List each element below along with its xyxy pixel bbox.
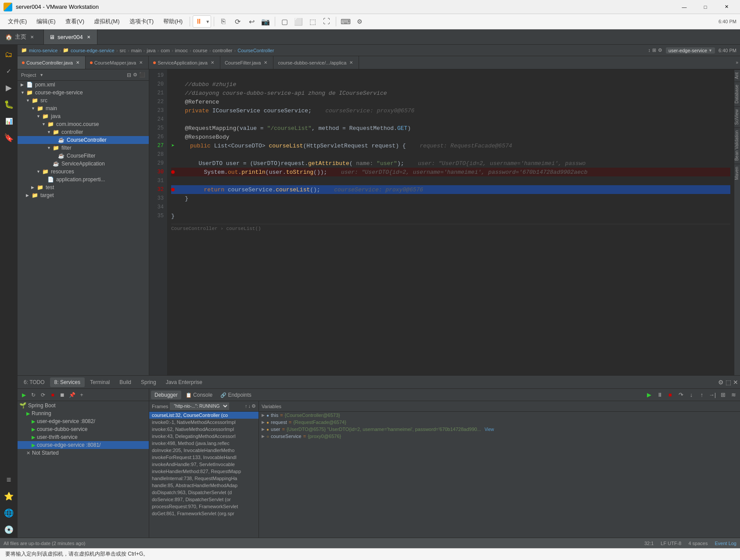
frame-item-0[interactable]: courseList:32, CourseController (co <box>149 412 259 419</box>
dbg-tab-endpoints[interactable]: 🔗 Endpoints <box>217 391 255 399</box>
frame-item-7[interactable]: invokeAndHandle:97, ServletInvocable <box>149 461 259 468</box>
sidebar-dvd[interactable]: 💿 <box>1 522 17 538</box>
tree-item-resources[interactable]: ▼ 📁 resources <box>18 168 149 176</box>
editor-tab-serviceapp-close[interactable]: ✕ <box>209 60 216 65</box>
editor-tab-dubbo-close[interactable]: ✕ <box>348 60 354 65</box>
dbg-pause[interactable]: ⏸ <box>655 390 665 400</box>
frame-item-10[interactable]: handle:85, AbstractHandlerMethodAdap <box>149 482 259 489</box>
sidebar-vcs[interactable]: ✓ <box>1 63 17 79</box>
dbg-stream-debugger[interactable]: ≋ <box>729 390 738 400</box>
frame-item-8[interactable]: invokeHandlerMethod:827, RequestMapp <box>149 468 259 475</box>
tree-layout[interactable]: ⬛ <box>139 72 145 78</box>
tab-server004[interactable]: 🖥 server004 ✕ <box>44 29 97 44</box>
service-notstarted[interactable]: ✕ Not Started <box>18 449 149 457</box>
sidebar-favorites[interactable]: ⭐ <box>1 488 17 504</box>
editor-tab-coursefilter[interactable]: CourseFilter.java ✕ <box>220 56 274 69</box>
editor-tab-coursefilter-close[interactable]: ✕ <box>262 60 269 65</box>
pause-dropdown[interactable]: ▼ <box>205 19 211 24</box>
sidebar-project[interactable]: 🗂 <box>1 47 17 62</box>
window-button[interactable]: ▢ <box>278 15 291 28</box>
frame-item-9[interactable]: handleInternal:738, RequestMappingHa <box>149 475 259 482</box>
menu-file[interactable]: 文件(E) <box>4 16 31 27</box>
frames-settings[interactable]: ⚙ <box>251 403 256 409</box>
minimize-button[interactable]: — <box>674 0 694 14</box>
service-springboot-group[interactable]: 🌱 Spring Boot <box>18 401 149 409</box>
service-userthrift[interactable]: ▶ user-thrift-service <box>18 433 149 441</box>
sidebar-bookmark[interactable]: 🔖 <box>1 130 17 146</box>
right-label-beanvalidation[interactable]: Bean Validation <box>734 127 740 163</box>
tab-terminal[interactable]: Terminal <box>86 377 114 387</box>
tree-item-pomxml[interactable]: ▶ 📄 pom.xml <box>18 81 149 89</box>
frame-item-5[interactable]: doInvoke:205, InvocableHandlerMetho <box>149 447 259 454</box>
tree-item-src[interactable]: ▼ 📁 src <box>18 97 149 104</box>
frame-item-1[interactable]: invoke0:-1, NativeMethodAccessorImpl <box>149 419 259 426</box>
send-to-vm-button[interactable]: ⎘ <box>217 15 230 28</box>
dbg-evaluate[interactable]: ⊞ <box>718 390 728 400</box>
dbg-tab-console[interactable]: 📋 Console <box>182 391 216 399</box>
tree-item-coursecontroller[interactable]: ☕ CourseController <box>18 136 149 144</box>
right-label-maven[interactable]: Maven <box>734 164 740 183</box>
menu-help[interactable]: 帮助(H) <box>159 16 187 27</box>
service-stop2-btn[interactable]: ⏹ <box>58 391 67 399</box>
bc-grid[interactable]: ⊞ <box>652 47 656 53</box>
tree-item-target[interactable]: ▶ 📁 target <box>18 191 149 199</box>
frames-up[interactable]: ↑ <box>245 403 248 409</box>
var-user-view-link[interactable]: View <box>485 427 494 432</box>
service-rerun2-btn[interactable]: ⟳ <box>39 391 47 399</box>
var-user[interactable]: ▶ ● user = {UserDTO@6575} "UserDTO{id=2,… <box>259 426 740 433</box>
sidebar-profiler[interactable]: 📊 <box>1 113 17 129</box>
tree-item-java[interactable]: ▼ 📁 java <box>18 112 149 120</box>
dbg-stepout[interactable]: ↑ <box>697 390 707 400</box>
editor-tab-serviceapp[interactable]: ServiceApplication.java ✕ <box>149 56 220 69</box>
bc-sort[interactable]: ↕ <box>648 47 651 53</box>
tab-services[interactable]: 8: Services <box>50 377 85 387</box>
service-useredge[interactable]: ▶ user-edge-service :8082/ <box>18 417 149 425</box>
multimonitor-button[interactable]: ⬚ <box>306 15 319 28</box>
project-dropdown-arrow[interactable]: ▼ <box>40 73 43 77</box>
code-editor[interactable]: 19 20 21 22 23 24 25 26 27 28 29 30 <box>149 69 734 375</box>
sidebar-run[interactable]: ▶ <box>1 80 17 96</box>
var-courseservice[interactable]: ▶ ○ courseService = {proxy0@6576} <box>259 433 740 440</box>
pause-button[interactable]: ⏸ <box>193 16 205 27</box>
tree-item-coursefilter[interactable]: ☕ CourseFilter <box>18 152 149 160</box>
frames-down[interactable]: ↓ <box>248 403 251 409</box>
close-button[interactable]: ✕ <box>716 0 736 14</box>
editor-tab-coursemapper[interactable]: CourseMapper.java ✕ <box>86 56 149 69</box>
thread-selector[interactable]: "http-nio-...": RUNNING <box>170 402 229 410</box>
menu-tabs[interactable]: 选项卡(T) <box>125 16 158 27</box>
sidebar-debug[interactable]: 🐛 <box>1 97 17 112</box>
tree-item-test[interactable]: ▶ 📁 test <box>18 183 149 191</box>
editor-tab-dubbo[interactable]: course-dubbo-service/.../applica ✕ <box>273 56 359 69</box>
tab-javaenterprise[interactable]: Java Enterprise <box>162 377 207 387</box>
frame-item-6[interactable]: invokeForRequest:133, InvocableHandl <box>149 454 259 461</box>
tree-item-controller[interactable]: ▼ 📁 controller <box>18 128 149 136</box>
var-request[interactable]: ▶ ● request = {RequestFacade@6574} <box>259 419 740 426</box>
frame-item-13[interactable]: processRequest:970, FrameworkServlet <box>149 503 259 510</box>
tab-todo[interactable]: 6: TODO <box>19 377 49 387</box>
menu-vm[interactable]: 虚拟机(M) <box>90 16 124 27</box>
tree-item-serviceapp[interactable]: ☕ ServiceApplication <box>18 160 149 168</box>
right-label-database[interactable]: Database <box>734 82 740 106</box>
editor-tab-coursemapper-close[interactable]: ✕ <box>138 60 144 65</box>
dbg-resume[interactable]: ▶ <box>644 390 654 400</box>
right-label-sciview[interactable]: SciView <box>734 106 740 127</box>
sidebar-structure[interactable]: ≡ <box>1 472 17 488</box>
tab-build[interactable]: Build <box>115 377 136 387</box>
snapshot2-button[interactable]: 📷 <box>259 15 272 28</box>
tree-item-filter[interactable]: ▼ 📁 filter <box>18 144 149 152</box>
service-rerun-btn[interactable]: ↻ <box>29 391 38 399</box>
menu-view[interactable]: 查看(V) <box>61 16 89 27</box>
dbg-stepover[interactable]: ↷ <box>676 390 686 400</box>
tab-spring[interactable]: Spring <box>137 377 161 387</box>
bottom-maximize-btn[interactable]: ⬚ <box>726 379 731 386</box>
frame-item-11[interactable]: doDispatch:963, DispatcherServlet (d <box>149 489 259 496</box>
service-coursedubbo[interactable]: ▶ course-dubbo-service <box>18 425 149 433</box>
editor-tab-coursecontroller[interactable]: CourseController.java ✕ <box>18 56 86 69</box>
dbg-stop[interactable]: ■ <box>665 390 675 400</box>
tree-item-main[interactable]: ▼ 📁 main <box>18 104 149 112</box>
fit-button[interactable]: ⛶ <box>320 15 333 28</box>
service-stop-btn[interactable]: ■ <box>48 391 57 399</box>
service-dropdown[interactable]: user-edge-service ▼ <box>666 47 715 54</box>
dbg-tab-debugger[interactable]: Debugger <box>151 391 181 399</box>
fullscreen-button[interactable]: ⬜ <box>292 15 305 28</box>
